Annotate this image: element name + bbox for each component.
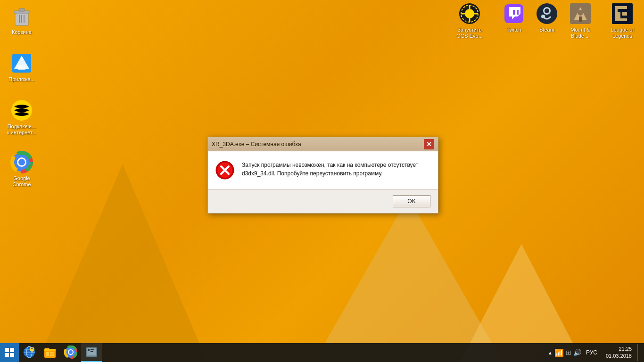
recycle-bin-icon[interactable]: Корзина <box>5 5 39 35</box>
recycle-bin-image <box>10 5 33 27</box>
dialog-ok-button[interactable]: OK <box>393 195 430 207</box>
network-tray-icon[interactable]: 📶 <box>554 348 564 357</box>
svg-rect-42 <box>10 353 14 357</box>
taskbar-date: 01.03.2018 <box>606 353 632 360</box>
dialog-message: Запуск программы невозможен, так как на … <box>242 161 430 178</box>
twitch-image <box>503 2 525 25</box>
taskbar-chrome-button[interactable] <box>60 343 81 362</box>
taskbar-language[interactable]: РУС <box>583 349 600 356</box>
svg-rect-34 <box>622 12 627 16</box>
twitch-icon[interactable]: Twitch <box>497 2 531 33</box>
chrome-desktop-image <box>10 151 33 173</box>
ogs-image <box>458 2 481 25</box>
taskbar-ie-button[interactable] <box>19 343 40 362</box>
steam-label: Steam <box>539 27 554 33</box>
svg-rect-61 <box>88 349 90 351</box>
lol-label: League ofLegends <box>611 27 634 39</box>
svg-point-31 <box>578 10 583 16</box>
dialog-title: XR_3DA.exe – Системная ошибка <box>212 141 301 148</box>
svg-rect-32 <box>579 16 582 22</box>
svg-rect-62 <box>91 349 94 350</box>
lol-icon[interactable]: League ofLegends <box>605 2 639 39</box>
svg-point-15 <box>18 159 25 165</box>
svg-rect-52 <box>50 354 54 356</box>
beeline-image <box>10 99 33 122</box>
svg-rect-41 <box>5 353 9 357</box>
svg-rect-51 <box>50 352 54 354</box>
chrome-desktop-icon[interactable]: GoogleChrome <box>5 151 39 188</box>
start-button[interactable] <box>0 343 19 362</box>
taskbar-apps <box>19 343 548 362</box>
svg-rect-24 <box>513 10 515 15</box>
svg-rect-63 <box>91 351 93 352</box>
desktop: Корзина Приложе... <box>0 0 644 362</box>
show-desktop-button[interactable] <box>637 344 640 361</box>
svg-rect-25 <box>517 10 519 15</box>
svg-rect-39 <box>5 348 9 352</box>
mount-blade-icon[interactable]: Mount &Blade ... <box>561 2 599 39</box>
svg-point-28 <box>545 8 549 13</box>
svg-rect-8 <box>18 65 25 70</box>
steam-icon[interactable]: Steam <box>530 2 564 33</box>
mount-blade-image <box>569 2 592 25</box>
taskbar-right: ▲ 📶 ⊞ 🔊 РУС 21:25 01.03.2018 <box>548 343 644 362</box>
dialog-titlebar: XR_3DA.exe – Системная ошибка ✕ <box>208 137 438 151</box>
app-icon-label: Приложе... <box>8 76 34 82</box>
svg-rect-50 <box>46 352 49 356</box>
error-icon <box>215 161 234 180</box>
dialog-footer: OK <box>208 189 438 213</box>
display-tray-icon[interactable]: ⊞ <box>566 349 571 356</box>
taskbar-active-app-button[interactable] <box>81 343 102 362</box>
steam-image <box>536 2 558 25</box>
svg-point-18 <box>465 9 474 18</box>
chrome-desktop-label: GoogleChrome <box>12 175 31 188</box>
tray-expand-icon[interactable]: ▲ <box>548 350 553 355</box>
volume-tray-icon[interactable]: 🔊 <box>573 349 581 356</box>
svg-point-29 <box>541 15 545 18</box>
beeline-icon[interactable]: Подключи... к интернет... <box>5 99 39 136</box>
lol-image <box>611 2 634 25</box>
svg-rect-40 <box>10 348 14 352</box>
app-icon-image <box>10 52 33 74</box>
dialog-body: Запуск программы невозможен, так как на … <box>208 151 438 189</box>
mount-blade-label: Mount &Blade ... <box>571 27 590 39</box>
ogs-icon[interactable]: ЗапуститьOGS Evo... <box>451 2 488 39</box>
error-dialog: XR_3DA.exe – Системная ошибка ✕ Запуск п… <box>207 137 438 214</box>
svg-rect-64 <box>87 355 96 356</box>
recycle-bin-label: Корзина <box>12 29 32 35</box>
ogs-label: ЗапуститьOGS Evo... <box>456 27 483 39</box>
taskbar-clock: 21:25 01.03.2018 <box>602 346 636 360</box>
twitch-label: Twitch <box>506 27 521 33</box>
taskbar-explorer-button[interactable] <box>40 343 60 362</box>
taskbar-time: 21:25 <box>606 346 632 353</box>
svg-rect-2 <box>19 8 25 11</box>
app-icon[interactable]: Приложе... <box>5 52 39 82</box>
taskbar: ▲ 📶 ⊞ 🔊 РУС 21:25 01.03.2018 <box>0 343 644 362</box>
svg-point-58 <box>69 350 73 354</box>
dialog-close-button[interactable]: ✕ <box>424 139 434 149</box>
beeline-label: Подключи... к интернет... <box>7 123 36 136</box>
